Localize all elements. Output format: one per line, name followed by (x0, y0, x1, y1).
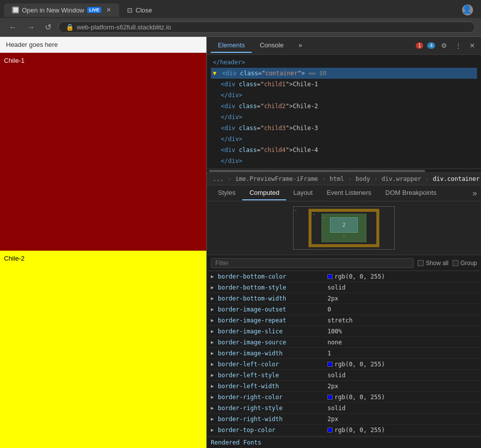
breadcrumb-iframe[interactable]: ime.PreviewFrame-iFrame (233, 175, 320, 183)
preview-pane: Header goes here Chile-1 Chile-2 (0, 37, 207, 448)
reload-button[interactable]: ↺ (42, 21, 54, 33)
devtools-topbar: Elements Console » 1 4 ⚙ ⋮ ✕ (207, 37, 481, 55)
prop-toggle[interactable]: ▶ (211, 317, 216, 323)
breadcrumb-body[interactable]: body (353, 175, 372, 183)
tab-styles[interactable]: Styles (211, 186, 242, 200)
prop-row-border-image-repeat[interactable]: ▶ border-image-repeat stretch (207, 315, 481, 326)
tab-close-icon[interactable]: ✕ (106, 6, 111, 13)
main-area: Header goes here Chile-1 Chile-2 Element… (0, 37, 481, 448)
prop-toggle[interactable]: ▶ (211, 372, 216, 378)
prop-row-border-right-color[interactable]: ▶ border-right-color rgb(0, 0, 255) (207, 392, 481, 403)
live-badge: LIVE (87, 7, 101, 13)
dom-line-header-close[interactable]: </header> (211, 57, 477, 68)
dom-line-child4[interactable]: <div class="child4">Chile-4 (211, 145, 477, 155)
prop-row-border-left-width[interactable]: ▶ border-left-width 2px (207, 381, 481, 392)
prop-row-border-bottom-width[interactable]: ▶ border-bottom-width 2px (207, 293, 481, 304)
prop-name: border-bottom-style (218, 284, 327, 291)
dom-line-child1-close[interactable]: </div> (211, 90, 477, 101)
prop-row-border-left-color[interactable]: ▶ border-left-color rgb(0, 0, 255) (207, 359, 481, 370)
tab-close-label: Close (136, 6, 152, 14)
devtools-tab-elements[interactable]: Elements (211, 38, 252, 53)
prop-toggle[interactable]: ▶ (211, 339, 216, 345)
prop-value: 2px (327, 295, 477, 302)
prop-toggle[interactable]: ▶ (211, 328, 216, 334)
back-button[interactable]: ← (6, 22, 20, 33)
dom-line-child2-close[interactable]: </div> (211, 112, 477, 123)
tab-dom-breakpoints[interactable]: DOM Breakpoints (378, 186, 444, 200)
color-swatch[interactable] (327, 362, 332, 367)
breadcrumb-container[interactable]: div.container (431, 175, 481, 183)
prop-toggle[interactable]: ▶ (211, 306, 216, 312)
more-icon[interactable]: ⋮ (453, 42, 464, 49)
prop-name: border-image-outset (218, 306, 327, 313)
color-swatch[interactable] (327, 395, 332, 400)
prop-value: rgb(0, 0, 255) (327, 427, 477, 434)
bm-margin-label: - (295, 208, 297, 213)
show-all-checkbox[interactable] (418, 260, 424, 266)
prop-row-border-top-color[interactable]: ▶ border-top-color rgb(0, 0, 255) (207, 425, 481, 436)
breadcrumb-ellipsis[interactable]: ... (211, 175, 226, 183)
tab-open-new-window[interactable]: ⬜ Open in New Window LIVE ✕ (4, 3, 119, 17)
prop-row-border-image-slice[interactable]: ▶ border-image-slice 100% (207, 326, 481, 337)
prop-name: border-right-width (218, 416, 327, 423)
dom-line-child2[interactable]: <div class="child2">Chile-2 (211, 101, 477, 112)
dom-line-child3[interactable]: <div class="child3">Chile-3 (211, 123, 477, 134)
filter-input[interactable] (211, 258, 414, 268)
breadcrumb-wrapper[interactable]: div.wrapper (380, 175, 423, 183)
prop-row-border-image-width[interactable]: ▶ border-image-width 1 (207, 348, 481, 359)
address-bar[interactable]: 🔒 web-platform-s62fu8.stackblitz.io (58, 21, 475, 33)
close-icon[interactable]: ✕ (468, 42, 477, 49)
chile1-label: Chile-1 (4, 57, 24, 64)
prop-toggle[interactable]: ▶ (211, 274, 216, 279)
forward-button[interactable]: → (24, 22, 38, 33)
prop-toggle[interactable]: ▶ (211, 427, 216, 433)
prop-row-border-right-style[interactable]: ▶ border-right-style solid (207, 403, 481, 414)
settings-icon[interactable]: ⚙ (439, 42, 449, 49)
tab-close[interactable]: ⊡ Close (119, 3, 160, 17)
nav-bar: ← → ↺ 🔒 web-platform-s62fu8.stackblitz.i… (0, 18, 481, 37)
devtools-icons: 1 4 ⚙ ⋮ ✕ (416, 42, 477, 49)
prop-name: border-right-color (218, 394, 327, 401)
color-swatch[interactable] (327, 274, 332, 279)
group-checkbox[interactable] (453, 260, 459, 266)
computed-props-list: ▶ border-bottom-color rgb(0, 0, 255) ▶ b… (207, 271, 481, 437)
devtools-tab-console[interactable]: Console (253, 38, 291, 53)
prop-value: 0 (327, 306, 477, 313)
prop-toggle[interactable]: ▶ (211, 296, 216, 301)
prop-row-border-bottom-style[interactable]: ▶ border-bottom-style solid (207, 282, 481, 293)
tab-event-listeners[interactable]: Event Listeners (320, 186, 378, 200)
panel-tab-more[interactable]: » (473, 189, 477, 198)
prop-row-border-left-style[interactable]: ▶ border-left-style solid (207, 370, 481, 381)
prop-name: border-bottom-color (218, 273, 327, 280)
prop-name: border-bottom-width (218, 295, 327, 302)
tab-bar: ⬜ Open in New Window LIVE ✕ ⊡ Close 👤 (0, 0, 481, 18)
tab-computed[interactable]: Computed (242, 186, 286, 200)
prop-row-border-image-outset[interactable]: ▶ border-image-outset 0 (207, 304, 481, 315)
breadcrumb-html[interactable]: html (327, 175, 346, 183)
prop-toggle[interactable]: ▶ (211, 285, 216, 290)
dom-line-container[interactable]: ▼ <div class="container"> == $0 (211, 68, 477, 79)
dom-scrollbar[interactable] (207, 169, 481, 173)
prop-toggle[interactable]: ▶ (211, 405, 216, 411)
url-text: web-platform-s62fu8.stackblitz.io (77, 23, 171, 31)
bm-padding-bottom-label: - (330, 234, 358, 239)
prop-toggle[interactable]: ▶ (211, 394, 216, 400)
dom-line-child1[interactable]: <div class="child1">Chile-1 (211, 79, 477, 90)
tab-layout[interactable]: Layout (286, 186, 320, 200)
filter-bar: Show all Group (207, 255, 481, 271)
prop-row-border-right-width[interactable]: ▶ border-right-width 2px (207, 414, 481, 425)
prop-toggle[interactable]: ▶ (211, 361, 216, 367)
dom-line-child4-close[interactable]: </div> (211, 155, 477, 166)
devtools-tab-more[interactable]: » (292, 38, 309, 53)
dom-line-child3-close[interactable]: </div> (211, 134, 477, 145)
prop-toggle[interactable]: ▶ (211, 350, 216, 356)
prop-row-border-bottom-color[interactable]: ▶ border-bottom-color rgb(0, 0, 255) (207, 271, 481, 282)
panel-tabs: Styles Computed Layout Event Listeners D… (207, 185, 481, 201)
prop-row-border-image-source[interactable]: ▶ border-image-source none (207, 337, 481, 348)
prop-toggle[interactable]: ▶ (211, 383, 216, 389)
box-model-area: - - - 2 - (207, 201, 481, 255)
color-swatch[interactable] (327, 428, 332, 433)
prop-toggle[interactable]: ▶ (211, 416, 216, 422)
tab-label: Open in New Window (22, 6, 84, 14)
prop-value: 100% (327, 328, 477, 335)
